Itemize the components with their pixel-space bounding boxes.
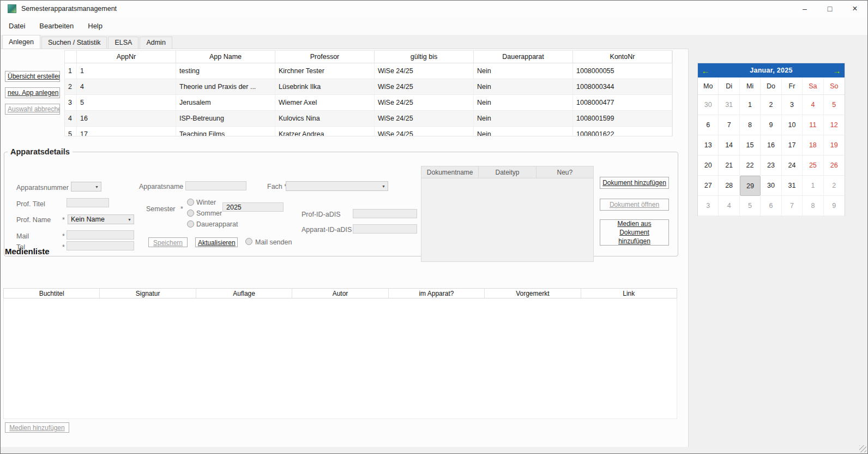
calendar-date[interactable]: 13 xyxy=(698,135,719,156)
column-header[interactable]: Link xyxy=(581,289,677,298)
table-row[interactable]: 11testingKirchner TesterWiSe 24/25Nein10… xyxy=(65,63,672,79)
calendar-prev-button[interactable]: ← xyxy=(698,66,713,75)
column-header[interactable]: AppNr xyxy=(77,51,176,63)
table-row[interactable]: 24Theorie und Praxis der ...Lüsebrink Il… xyxy=(65,79,672,95)
calendar-date[interactable]: 25 xyxy=(803,156,823,176)
calendar-date[interactable]: 1 xyxy=(740,95,761,115)
calendar-date[interactable]: 16 xyxy=(761,135,781,156)
calendar-date[interactable]: 3 xyxy=(698,196,719,216)
mail-field[interactable] xyxy=(67,230,134,240)
calendar-date[interactable]: 11 xyxy=(803,115,823,135)
apparatsnummer-select[interactable]: ▼ xyxy=(71,182,101,192)
winter-radio[interactable] xyxy=(187,199,194,206)
calendar-date[interactable]: 22 xyxy=(740,156,761,176)
neu-app-anlegen-button[interactable]: neu. App anlegen xyxy=(5,87,60,98)
column-header[interactable]: Dauerapparat xyxy=(474,51,573,63)
column-header[interactable]: im Apparat? xyxy=(389,289,485,298)
fach-select[interactable]: ▼ xyxy=(286,181,388,191)
table-row[interactable]: 416ISP-BetreuungKulovics NinaWiSe 24/25N… xyxy=(65,111,672,127)
tab-anlegen[interactable]: Anlegen xyxy=(2,35,40,49)
resize-grip-icon[interactable] xyxy=(859,445,866,452)
tel-field[interactable] xyxy=(67,241,134,250)
select-all-corner[interactable] xyxy=(65,51,77,63)
calendar-date[interactable]: 23 xyxy=(761,156,781,176)
calendar-date[interactable]: 31 xyxy=(719,95,739,115)
calendar-date[interactable]: 7 xyxy=(719,115,739,135)
calendar-date[interactable]: 20 xyxy=(698,156,719,176)
column-header[interactable]: Dokumentname xyxy=(421,166,479,178)
calendar-date[interactable]: 2 xyxy=(824,176,845,196)
calendar-date[interactable]: 6 xyxy=(698,115,719,135)
calendar-date[interactable]: 17 xyxy=(782,135,803,156)
column-header[interactable]: Dateityp xyxy=(479,166,536,178)
column-header[interactable]: Auflage xyxy=(196,289,292,298)
calendar-date[interactable]: 5 xyxy=(824,95,845,115)
table-row[interactable]: 35JerusalemWiemer AxelWiSe 24/25Nein1008… xyxy=(65,95,672,111)
aktualisieren-button[interactable]: Aktualisieren xyxy=(195,237,238,247)
calendar-date[interactable]: 21 xyxy=(719,156,739,176)
calendar-date[interactable]: 27 xyxy=(698,176,719,196)
tab-suchen-statistik[interactable]: Suchen / Statistik xyxy=(41,37,107,49)
dokument-oeffnen-button[interactable]: Dokument öffnen xyxy=(600,199,669,211)
calendar-date[interactable]: 8 xyxy=(740,115,761,135)
dauerapparat-radio[interactable] xyxy=(187,220,194,228)
column-header[interactable]: gültig bis xyxy=(375,51,474,63)
calendar-date[interactable]: 14 xyxy=(719,135,739,156)
calendar-date[interactable]: 10 xyxy=(782,115,803,135)
calendar-date[interactable]: 3 xyxy=(782,95,803,115)
prof-id-adis-field[interactable] xyxy=(353,209,417,218)
calendar-date[interactable]: 1 xyxy=(803,176,823,196)
minimize-button[interactable]: – xyxy=(792,1,817,17)
table-row[interactable]: 517Teaching FilmsKratzer AndreaWiSe 24/2… xyxy=(65,127,672,136)
calendar-date[interactable]: 31 xyxy=(782,176,803,196)
column-header[interactable]: Autor xyxy=(292,289,388,298)
tab-admin[interactable]: Admin xyxy=(140,37,172,49)
uebersicht-erstellen-button[interactable]: Übersicht erstellen xyxy=(5,71,60,82)
tab-elsa[interactable]: ELSA xyxy=(108,37,138,49)
calendar-date[interactable]: 19 xyxy=(824,135,845,156)
mail-senden-checkbox[interactable] xyxy=(245,238,252,245)
calendar-date[interactable]: 8 xyxy=(803,196,823,216)
calendar-date[interactable]: 18 xyxy=(803,135,823,156)
calendar-next-button[interactable]: → xyxy=(829,66,845,75)
calendar-date[interactable]: 9 xyxy=(824,196,845,216)
calendar-date[interactable]: 6 xyxy=(761,196,781,216)
column-header[interactable]: Buchtitel xyxy=(4,289,100,298)
calendar-date[interactable]: 15 xyxy=(740,135,761,156)
calendar-date[interactable]: 30 xyxy=(761,176,781,196)
calendar-date[interactable]: 2 xyxy=(761,95,781,115)
maximize-button[interactable]: □ xyxy=(817,1,842,17)
speichern-button[interactable]: Speichern xyxy=(148,237,188,247)
column-header[interactable]: Signatur xyxy=(100,289,196,298)
prof-titel-field[interactable] xyxy=(67,198,109,207)
medien-aus-dokument-button[interactable]: Medien aus Dokument hinzufügen xyxy=(600,219,669,246)
column-header[interactable]: Professor xyxy=(275,51,375,63)
apparat-id-adis-field[interactable] xyxy=(353,224,417,234)
menu-help[interactable]: Help xyxy=(82,22,108,30)
medien-hinzufuegen-button[interactable]: Medien hinzufügen xyxy=(5,422,69,433)
close-button[interactable]: × xyxy=(842,1,867,17)
auswahl-abbrechen-button[interactable]: Auswahl abbrechen xyxy=(5,104,60,115)
calendar-date[interactable]: 9 xyxy=(761,115,781,135)
column-header[interactable]: Vorgemerkt xyxy=(485,289,581,298)
calendar-date[interactable]: 24 xyxy=(782,156,803,176)
calendar-date[interactable]: 12 xyxy=(824,115,845,135)
column-header[interactable]: KontoNr xyxy=(573,51,672,63)
calendar-date[interactable]: 7 xyxy=(782,196,803,216)
calendar-date[interactable]: 4 xyxy=(719,196,739,216)
dokument-hinzufuegen-button[interactable]: Dokument hinzufügen xyxy=(600,177,669,189)
calendar-date[interactable]: 29 xyxy=(740,176,761,196)
sommer-radio[interactable] xyxy=(187,210,194,217)
column-header[interactable]: Neu? xyxy=(537,166,593,178)
calendar-date[interactable]: 4 xyxy=(803,95,823,115)
apparatsname-field[interactable] xyxy=(185,181,246,190)
calendar-date[interactable]: 30 xyxy=(698,95,719,115)
menu-bearbeiten[interactable]: Bearbeiten xyxy=(33,22,80,30)
calendar-date[interactable]: 5 xyxy=(740,196,761,216)
prof-name-select[interactable]: Kein Name ▼ xyxy=(68,214,134,224)
calendar-date[interactable]: 26 xyxy=(824,156,845,176)
menu-datei[interactable]: Datei xyxy=(3,22,31,30)
calendar-date[interactable]: 28 xyxy=(719,176,739,196)
column-header[interactable]: App Name xyxy=(176,51,275,63)
semester-year-field[interactable]: 2025 xyxy=(222,202,284,212)
